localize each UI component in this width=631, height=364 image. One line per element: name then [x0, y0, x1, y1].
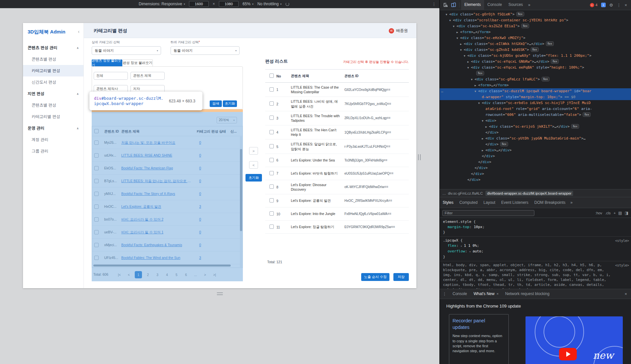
save-button[interactable]: 저장 — [393, 273, 409, 281]
row-checkbox[interactable] — [269, 211, 274, 216]
dom-tree-node[interactable]: ataGrid-root" role="grid" aria-colcount=… — [440, 106, 631, 112]
horizontal-scrollbar-thumb[interactable] — [93, 265, 231, 267]
move-left-button[interactable]: < — [249, 161, 258, 169]
dom-tree-node[interactable]: </div> — [440, 159, 631, 165]
dom-tree-node[interactable]: ▶<div class="sc-erijoS jkKILT">…</div>fl… — [440, 124, 631, 130]
viewport-width-input[interactable] — [189, 1, 209, 7]
flex-badge[interactable]: flex — [551, 59, 559, 64]
dom-tree-node[interactable]: ▶<form>…</form> — [440, 82, 631, 88]
dom-tree-node[interactable]: ▶<div class="sc-eIlWkk htGXkQ">…</div>fl… — [440, 41, 631, 47]
row-checkbox[interactable] — [94, 166, 99, 170]
pagination-button[interactable]: > — [201, 271, 209, 278]
category-status-link[interactable]: 0 — [197, 166, 204, 170]
row-checkbox[interactable] — [94, 204, 99, 209]
content-title-link[interactable]: 비비: 요리사가 될 수 있어 2 — [121, 217, 163, 222]
dom-tree-node[interactable]: ▼<div class="sc-kjUDSv gcwAXy" style="fl… — [440, 53, 631, 59]
sidebar-item[interactable]: 카테고리별 편성 — [23, 111, 83, 122]
category-status-link[interactable]: 3 — [197, 204, 204, 208]
parent-category-select[interactable]: 동물 이야기 ▾ — [92, 46, 161, 55]
category-status-link[interactable]: 0 — [197, 140, 204, 144]
dom-tree-node[interactable]: ▼<div> — [440, 118, 631, 124]
flex-badge[interactable]: flex — [476, 71, 484, 75]
dom-tree-node[interactable]: ▼<div class="sc-eYqcxL eePqBA" style="he… — [440, 65, 631, 71]
drawer-close-icon[interactable]: × — [624, 291, 629, 296]
dom-tree-node[interactable]: ▼<div class="sc-gFmLcz lfaALC">flex — [440, 76, 631, 82]
viewport-height-input[interactable] — [219, 1, 239, 7]
dom-tree-node[interactable]: ▶<div class="sc-yUtDh jypGN MuiDataGrid-… — [440, 136, 631, 141]
viewport-resize-handle-right[interactable] — [418, 154, 421, 160]
styles-tab[interactable]: Layout — [480, 197, 498, 208]
content-title-link[interactable]: Bookful Facts: The Story of X-Rays — [121, 192, 175, 196]
dom-tree-node[interactable]: </div> — [440, 177, 631, 183]
device-toolbar-toggle-icon[interactable] — [450, 1, 457, 9]
search-button[interactable]: 검색 — [210, 100, 222, 107]
shorthand-expand-icon[interactable]: ▸ — [469, 250, 473, 253]
dom-tree-node[interactable]: ▼<div class="sc-ksZGZd EEiaI">flex — [440, 23, 631, 29]
dom-tree-node[interactable]: flex — [440, 71, 631, 76]
stylesheet-source-link[interactable]: <style> — [615, 263, 629, 268]
vertical-scrollbar-thumb[interactable] — [240, 149, 242, 231]
tab-sources[interactable]: Sources — [505, 0, 526, 10]
close-icon[interactable]: × — [497, 289, 499, 299]
zoom-dropdown[interactable]: 65% ▾ — [243, 2, 253, 6]
more-tabs-icon[interactable]: » — [569, 200, 575, 205]
row-checkbox[interactable] — [269, 116, 274, 120]
whats-new-thumbnail[interactable]: new — [526, 316, 623, 364]
more-tabs-icon[interactable]: » — [526, 3, 532, 7]
row-checkbox[interactable] — [269, 225, 274, 229]
content-title-link[interactable]: Bookful Fables: The Wind and the Sun — [121, 256, 180, 260]
tab-load-content-info[interactable]: 콘텐츠 정보 불러오기 — [92, 59, 122, 66]
select-all-checkbox[interactable] — [94, 129, 99, 133]
board-reset-button[interactable]: 초기화 — [245, 174, 262, 182]
pagination-button[interactable]: 4 — [163, 271, 171, 278]
tab-console[interactable]: Console — [484, 0, 505, 10]
console-errors-badge[interactable]: × 4 — [590, 3, 597, 7]
dom-tree-node[interactable]: ▶<div class="sc-eYqcxL GNbRw">…</div>fle… — [440, 59, 631, 65]
inspect-icon[interactable] — [442, 1, 450, 9]
dom-tree-node[interactable]: ▼<div class="sc-gOrOjh fSQieK">flex — [440, 11, 631, 17]
select-all-checkbox[interactable] — [269, 74, 274, 78]
content-title-link[interactable]: LITTLE BEES: 처음 만나는 감각, 감각으로 알아봐 — [121, 179, 193, 183]
row-checkbox[interactable] — [269, 130, 274, 134]
sidebar-item[interactable]: 운영 관리∧ — [23, 122, 83, 134]
flex-badge[interactable]: flex — [516, 12, 524, 16]
pagination-button[interactable]: 5 — [173, 271, 180, 278]
issues-badge[interactable]: 1 — [601, 3, 606, 7]
user-chip[interactable]: 배 배종원 — [389, 28, 408, 33]
sidebar-item[interactable]: 그룹 관리 — [23, 145, 83, 157]
content-title-link[interactable]: 비비: 요리사가 될 수 있어 1 — [121, 230, 163, 235]
dom-tree-node[interactable]: </div> — [440, 171, 631, 177]
column-header-id[interactable]: 콘텐츠 ID — [104, 129, 119, 134]
dom-tree-node[interactable]: ▼<div class="scrollbar-container sc-jYEC… — [440, 17, 631, 23]
scope-select[interactable]: 전체 — [94, 72, 128, 80]
flex-badge[interactable]: flex — [500, 142, 508, 146]
throttling-dropdown[interactable]: No throttling ▾ — [257, 2, 282, 6]
sidebar-item[interactable]: 콘텐츠별 편성 — [23, 99, 83, 111]
row-checkbox[interactable] — [94, 153, 99, 158]
tab-elements[interactable]: Elements — [461, 0, 484, 10]
row-checkbox[interactable] — [269, 184, 274, 189]
category-status-link[interactable]: 0 — [197, 243, 204, 247]
sidebar-item[interactable]: 콘텐츠 편성 관리∧ — [23, 42, 83, 54]
sidebar-item[interactable]: 신간도서 편성 — [23, 76, 83, 88]
category-status-link[interactable]: 3 — [197, 256, 204, 260]
css-property[interactable]: flex: ▸ 1 1 0%; — [443, 243, 628, 249]
pagination-button[interactable]: |< — [116, 271, 123, 278]
row-checkbox[interactable] — [269, 198, 274, 203]
content-title-link[interactable]: Let's Explore: 공룡의 발견 — [121, 204, 161, 209]
stylesheet-source-link[interactable]: <style> — [615, 238, 629, 244]
child-category-select[interactable]: 동물 이야기 ▾ — [171, 46, 240, 55]
flex-badge[interactable]: flex — [521, 24, 529, 28]
youtube-play-icon[interactable] — [559, 348, 577, 360]
breadcrumb-item[interactable]: div#board-wrapper.sc-duzzlM.ipcqwX.board… — [485, 191, 573, 196]
pagination-button[interactable]: 3 — [154, 271, 161, 278]
styles-toggle[interactable]: .cls — [605, 211, 611, 215]
drawer-tab[interactable]: Console — [449, 289, 470, 299]
sidebar-item[interactable]: 콘텐츠별 편성 — [23, 54, 83, 65]
pagination-button[interactable]: 6 — [182, 271, 190, 278]
row-checkbox[interactable] — [269, 101, 274, 106]
category-status-link[interactable]: 0 — [197, 230, 204, 234]
row-checkbox[interactable] — [269, 171, 274, 175]
styles-tab[interactable]: Styles — [440, 197, 456, 208]
pagination-button[interactable]: 1 — [135, 271, 142, 278]
